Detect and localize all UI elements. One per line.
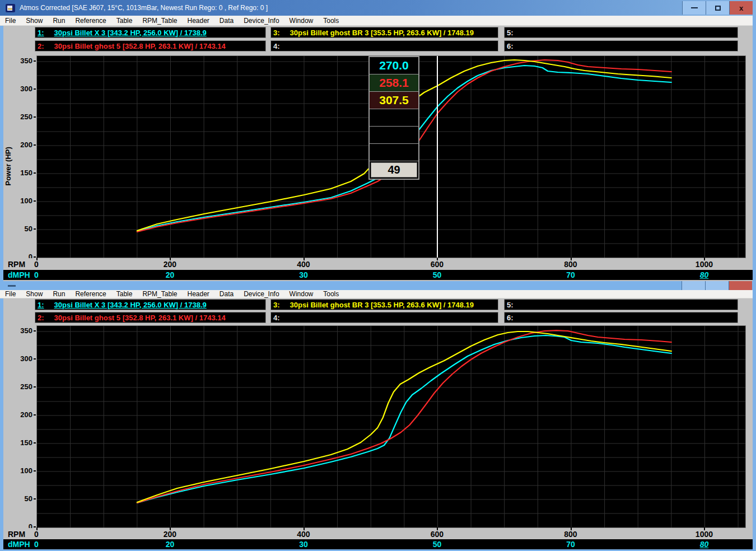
dmph-value: 0 bbox=[20, 270, 53, 279]
child-maximize-button[interactable] bbox=[705, 281, 729, 290]
legend-slot-1[interactable]: 1:30psi Billet X 3 [343.2 HP, 256.0 KW] … bbox=[35, 27, 266, 38]
power-chart bbox=[37, 326, 745, 527]
x-axis: RPM 02004006008001000 bbox=[3, 258, 753, 269]
y-tick-label: 250 bbox=[13, 113, 32, 121]
x-tick-label: 800 bbox=[554, 530, 587, 539]
app-window: Atmos Corrected [SAE J607, 15°C, 1013mBa… bbox=[0, 0, 756, 551]
x-tick-label: 200 bbox=[153, 530, 186, 539]
dmph-value: 70 bbox=[554, 270, 587, 279]
legend-slot-3[interactable]: 3:30psi Billet ghost BR 3 [353.5 HP, 263… bbox=[270, 299, 498, 310]
x-tick-label: 0 bbox=[20, 260, 53, 269]
legend-run-number: 5: bbox=[507, 301, 514, 309]
menu-item-device_info[interactable]: Device_Info bbox=[239, 290, 284, 298]
x-tick-label: 0 bbox=[20, 530, 53, 539]
x-tick-label: 400 bbox=[287, 530, 320, 539]
menu-item-table[interactable]: Table bbox=[111, 17, 138, 25]
readout-row-1: 270.0 bbox=[370, 57, 418, 74]
legend-slot-4[interactable]: 4: bbox=[270, 312, 498, 323]
dmph-axis: dMPH 02030507080 bbox=[3, 539, 753, 549]
menu-item-header[interactable]: Header bbox=[182, 290, 214, 298]
close-button[interactable]: x bbox=[729, 1, 753, 15]
child-window-controls bbox=[682, 281, 752, 290]
plot-area[interactable] bbox=[36, 325, 746, 528]
legend-run-label: 30psi Billet X 3 [343.2 HP, 256.0 KW] / … bbox=[54, 301, 207, 309]
dmph-value: 50 bbox=[420, 270, 454, 279]
menubar-second: FileShowRunReferenceTableRPM_TableHeader… bbox=[0, 290, 753, 298]
x-tick-mark bbox=[304, 527, 305, 530]
legend-run-label: 30psi Billet ghost BR 3 [353.5 HP, 263.6… bbox=[290, 29, 474, 37]
legend-slot-6[interactable]: 6: bbox=[504, 40, 738, 52]
y-tick-label: 300 bbox=[13, 85, 32, 93]
legend-slot-3[interactable]: 3:30psi Billet ghost BR 3 [353.5 HP, 263… bbox=[270, 27, 498, 38]
legend-slot-6[interactable]: 6: bbox=[504, 312, 738, 323]
legend-run-number: 4: bbox=[273, 314, 280, 322]
menu-item-file[interactable]: File bbox=[0, 17, 21, 25]
readout-dmph-value: 49 bbox=[371, 162, 417, 178]
y-tick-label: 200 bbox=[13, 141, 32, 149]
menu-item-file[interactable]: File bbox=[0, 290, 21, 298]
menu-item-header[interactable]: Header bbox=[182, 17, 214, 25]
child-window-dash-icon bbox=[8, 285, 16, 287]
legend-run-label: 30psi Billet ghost 5 [352.8 HP, 263.1 KW… bbox=[54, 314, 226, 322]
x-tick-mark bbox=[304, 258, 305, 260]
dmph-value: 50 bbox=[420, 540, 454, 549]
y-tick-label: 150 bbox=[13, 438, 32, 447]
x-tick-label: 600 bbox=[420, 530, 454, 539]
legend-slot-2[interactable]: 2:30psi Billet ghost 5 [352.8 HP, 263.1 … bbox=[35, 312, 266, 323]
menu-item-tools[interactable]: Tools bbox=[318, 290, 344, 298]
menu-item-reference[interactable]: Reference bbox=[70, 290, 111, 298]
y-tick-label: 250 bbox=[13, 382, 32, 391]
menu-item-window[interactable]: Window bbox=[284, 17, 319, 25]
legend-slot-2[interactable]: 2:30psi Billet ghost 5 [352.8 HP, 263.1 … bbox=[35, 40, 266, 52]
cursor-line[interactable] bbox=[437, 56, 438, 258]
legend-run-label: 30psi Billet ghost BR 3 [353.5 HP, 263.6… bbox=[290, 301, 474, 309]
y-tick-mark bbox=[34, 386, 36, 387]
x-axis: RPM 02004006008001000 bbox=[3, 528, 753, 539]
menu-item-run[interactable]: Run bbox=[48, 290, 70, 298]
y-tick-label: 350 bbox=[13, 57, 32, 65]
y-tick-mark bbox=[34, 526, 36, 527]
menu-item-rpm_table[interactable]: RPM_Table bbox=[137, 17, 182, 25]
legend-run-label: 30psi Billet X 3 [343.2 HP, 256.0 KW] / … bbox=[54, 29, 207, 37]
x-tick-label: 600 bbox=[420, 260, 454, 269]
plot-area[interactable]: 270.0258.1307.5 49 bbox=[36, 55, 746, 258]
chart-panel-bottom: 1:30psi Billet X 3 [343.2 HP, 256.0 KW] … bbox=[3, 298, 753, 549]
legend-run-number: 3: bbox=[273, 301, 280, 309]
child-minimize-button[interactable] bbox=[682, 281, 705, 290]
menu-item-rpm_table[interactable]: RPM_Table bbox=[137, 290, 182, 298]
menu-item-run[interactable]: Run bbox=[48, 17, 70, 25]
y-tick-mark bbox=[34, 498, 36, 499]
legend-slot-5[interactable]: 5: bbox=[504, 299, 738, 310]
menu-item-tools[interactable]: Tools bbox=[318, 17, 344, 25]
child-window-strip bbox=[0, 281, 756, 290]
menu-item-data[interactable]: Data bbox=[214, 290, 239, 298]
maximize-button[interactable] bbox=[706, 1, 729, 15]
y-tick-label: 100 bbox=[13, 466, 32, 475]
x-tick-mark bbox=[170, 258, 171, 260]
legend-slot-1[interactable]: 1:30psi Billet X 3 [343.2 HP, 256.0 KW] … bbox=[35, 299, 266, 310]
y-tick-label: 150 bbox=[13, 169, 32, 177]
dmph-axis: dMPH 02030507080 bbox=[3, 270, 753, 280]
menu-item-window[interactable]: Window bbox=[284, 290, 319, 298]
menu-item-show[interactable]: Show bbox=[21, 290, 48, 298]
legend-run-label: 30psi Billet ghost 5 [352.8 HP, 263.1 KW… bbox=[54, 42, 226, 50]
window-controls: x bbox=[682, 1, 753, 15]
readout-row-3: 307.5 bbox=[370, 92, 418, 109]
y-tick-mark bbox=[34, 470, 36, 471]
chart-panel-top: 1:30psi Billet X 3 [343.2 HP, 256.0 KW] … bbox=[3, 26, 753, 281]
minimize-button[interactable] bbox=[682, 1, 706, 15]
legend-run-number: 1: bbox=[38, 301, 44, 309]
y-tick-mark bbox=[34, 200, 36, 202]
menu-item-data[interactable]: Data bbox=[214, 17, 239, 25]
menu-item-device_info[interactable]: Device_Info bbox=[239, 17, 284, 25]
x-tick-label: 1000 bbox=[687, 530, 721, 539]
dmph-value: 80 bbox=[687, 540, 721, 549]
legend-slot-5[interactable]: 5: bbox=[504, 27, 738, 38]
menu-item-show[interactable]: Show bbox=[21, 17, 48, 25]
readout-row-2: 258.1 bbox=[370, 74, 418, 92]
y-tick-mark bbox=[34, 116, 36, 118]
child-close-button[interactable] bbox=[729, 281, 752, 290]
legend-slot-4[interactable]: 4: bbox=[270, 40, 498, 52]
menu-item-table[interactable]: Table bbox=[111, 290, 138, 298]
menu-item-reference[interactable]: Reference bbox=[70, 17, 111, 25]
